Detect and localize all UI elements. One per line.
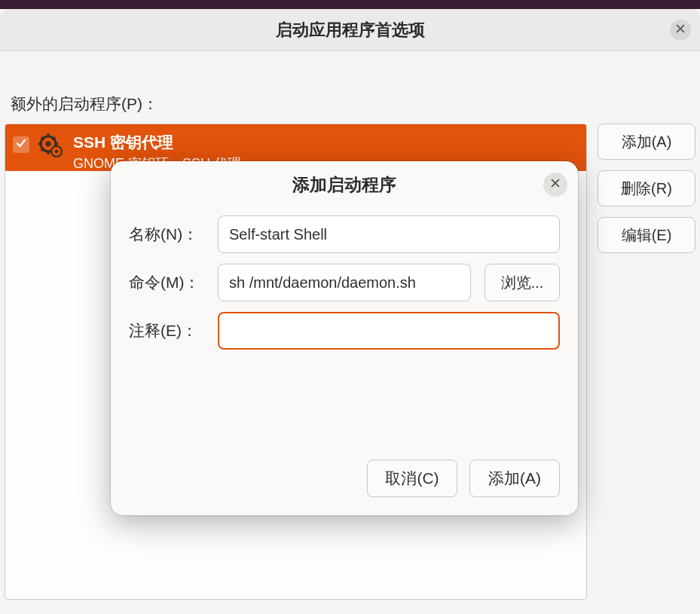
- list-item-title: SSH 密钥代理: [73, 132, 241, 153]
- close-icon: [550, 177, 561, 192]
- svg-point-11: [55, 150, 59, 154]
- gear-icon: [38, 133, 64, 159]
- command-field[interactable]: [218, 264, 471, 301]
- section-label: 额外的启动程序(P)：: [11, 93, 695, 115]
- modal-footer: 取消(C) 添加(A): [111, 460, 578, 515]
- comment-label: 注释(E)：: [129, 320, 204, 341]
- name-row: 名称(N)：: [129, 215, 560, 253]
- modal-header: 添加启动程序: [111, 161, 578, 208]
- window-header: 启动应用程序首选项: [0, 9, 700, 51]
- modal-body: 名称(N)： 命令(M)： 浏览... 注释(E)：: [111, 208, 578, 460]
- comment-field[interactable]: [218, 312, 560, 350]
- close-icon: [675, 23, 686, 37]
- edit-button[interactable]: 编辑(E): [598, 217, 695, 253]
- add-startup-modal: 添加启动程序 名称(N)： 命令(M)： 浏览... 注释(E)：: [111, 161, 578, 515]
- add-button[interactable]: 添加(A): [598, 124, 695, 160]
- side-buttons: 添加(A) 删除(R) 编辑(E): [598, 124, 695, 253]
- command-row: 命令(M)： 浏览...: [129, 264, 560, 301]
- name-label: 名称(N)：: [129, 224, 204, 245]
- modal-title: 添加启动程序: [292, 173, 396, 197]
- modal-add-button[interactable]: 添加(A): [469, 460, 560, 497]
- command-label: 命令(M)：: [129, 272, 204, 293]
- svg-point-1: [46, 142, 51, 147]
- list-item-checkbox[interactable]: [13, 136, 29, 153]
- window-title: 启动应用程序首选项: [276, 19, 425, 41]
- remove-button[interactable]: 删除(R): [598, 170, 695, 206]
- modal-close-button[interactable]: [543, 173, 567, 197]
- window-close-button[interactable]: [670, 20, 691, 41]
- comment-row: 注释(E)：: [129, 312, 560, 350]
- browse-button[interactable]: 浏览...: [484, 264, 560, 301]
- titlebar-strip: [0, 0, 700, 9]
- cancel-button[interactable]: 取消(C): [367, 460, 457, 497]
- check-icon: [15, 137, 27, 152]
- name-field[interactable]: [218, 215, 560, 253]
